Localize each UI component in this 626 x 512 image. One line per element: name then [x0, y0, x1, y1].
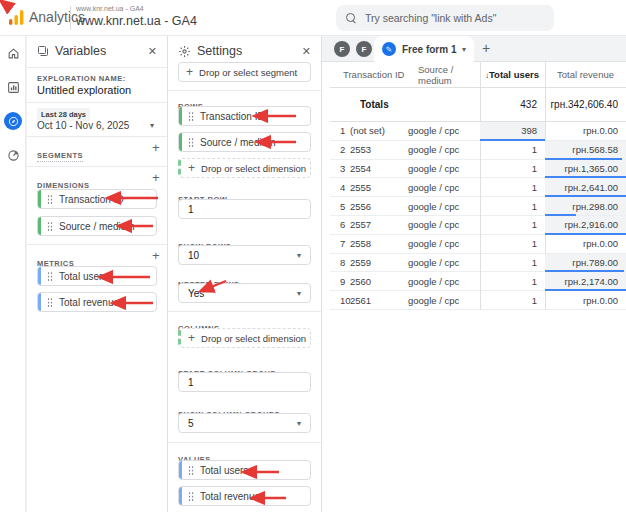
metric-accent	[179, 461, 182, 479]
total-revenue-cell: грн.789.00	[545, 254, 626, 272]
chevron-down-icon: ▾	[297, 289, 301, 298]
variables-icon	[37, 45, 49, 57]
values-chip-total-revenue[interactable]: Total revenue	[178, 486, 311, 506]
start-row-input[interactable]: 1	[178, 199, 311, 219]
row-number-cell: 4	[330, 178, 350, 196]
transaction-id-cell: 2556	[350, 197, 408, 215]
table-row[interactable]: 102561google / cpc1грн.0.00	[330, 291, 626, 310]
divider	[27, 136, 167, 137]
dimension-chip-transaction-id[interactable]: Transaction ID	[37, 189, 157, 209]
row-number-cell: 9	[330, 272, 350, 290]
divider	[168, 90, 321, 91]
chip-label: Total users	[59, 271, 107, 282]
variables-close-icon[interactable]: ✕	[148, 45, 157, 58]
total-revenue-cell: грн.1,365.00	[545, 160, 626, 178]
nested-rows-select[interactable]: Yes ▾	[178, 283, 311, 303]
rows-dimension-drop-zone[interactable]: + Drop or select dimension	[178, 158, 311, 178]
table-row[interactable]: 72558google / cpc1грн.0.00	[330, 235, 626, 254]
values-chip-total-users[interactable]: Total users	[178, 460, 311, 480]
show-rows-select[interactable]: 10 ▾	[178, 245, 311, 265]
drag-handle-icon[interactable]	[47, 271, 53, 281]
field-value: 1	[188, 204, 194, 215]
total-revenue-cell: грн.2,916.00	[545, 216, 626, 234]
field-value: Yes	[188, 288, 204, 299]
variables-title: Variables	[55, 44, 106, 58]
date-range-value[interactable]: Oct 10 - Nov 6, 2025	[37, 120, 129, 131]
segment-drop-zone[interactable]: + Drop or select segment	[178, 62, 311, 82]
totals-revenue: грн.342,606.40	[545, 99, 626, 110]
dimension-accent	[38, 217, 41, 235]
header-transaction-id[interactable]: Transaction ID	[330, 69, 418, 80]
settings-close-icon[interactable]: ✕	[302, 45, 311, 58]
table-row[interactable]: 22553google / cpc1грн.568.58	[330, 141, 626, 160]
drag-handle-icon[interactable]	[47, 221, 53, 231]
account-selector[interactable]: www.knr.net.ua - GA4	[76, 14, 197, 28]
dimension-chip-source-medium[interactable]: Source / medium	[37, 216, 157, 236]
topbar-divider	[70, 6, 71, 30]
chip-label: Source / medium	[59, 221, 135, 232]
drag-handle-icon[interactable]	[47, 297, 53, 307]
analytics-logo-icon[interactable]	[8, 9, 25, 26]
drag-handle-icon[interactable]	[188, 465, 194, 475]
table-row[interactable]: 42555google / cpc1грн.2,641.00	[330, 178, 626, 197]
columns-dimension-drop-zone[interactable]: + Drop or select dimension	[178, 328, 311, 348]
transaction-id-cell: 2560	[350, 272, 408, 290]
drop-zone-label: Drop or select segment	[199, 67, 297, 78]
chip-label: Source / medium	[200, 137, 276, 148]
total-revenue-cell: грн.0.00	[545, 122, 626, 140]
table-row[interactable]: 52556google / cpc1грн.298.00	[330, 197, 626, 216]
drag-handle-icon[interactable]	[188, 137, 194, 147]
tab-hidden-1[interactable]: F	[334, 41, 350, 57]
add-metric-button[interactable]: +	[152, 248, 160, 263]
nav-advertising[interactable]	[0, 138, 26, 172]
show-column-groups-select[interactable]: 5 ▾	[178, 413, 311, 433]
table-row[interactable]: 1(not set)google / cpc398грн.0.00	[330, 122, 626, 141]
plus-icon: +	[188, 331, 195, 345]
source-medium-cell: google / cpc	[408, 216, 480, 234]
exploration-name-value[interactable]: Untitled exploration	[37, 84, 131, 96]
account-breadcrumb: www.knr.net.ua - GA4	[76, 5, 144, 12]
drop-zone-label: Drop or select dimension	[201, 163, 306, 174]
total-users-cell: 1	[480, 291, 545, 309]
tab-free-form-1[interactable]: ✎ Free form 1 ▾	[374, 36, 474, 62]
rows-chip-transaction-id[interactable]: Transaction ID	[178, 106, 311, 126]
nav-reports[interactable]	[0, 70, 26, 104]
table-row[interactable]: 82559google / cpc1грн.789.00	[330, 254, 626, 273]
tab-label: Free form 1	[402, 44, 456, 55]
bar-chart-icon	[7, 81, 20, 94]
transaction-id-cell: (not set)	[350, 122, 408, 140]
source-medium-cell: google / cpc	[408, 254, 480, 272]
add-dimension-button[interactable]: +	[152, 170, 160, 185]
total-users-cell: 1	[480, 272, 545, 290]
chip-label: Total revenue	[200, 491, 260, 502]
drag-handle-icon[interactable]	[47, 194, 53, 204]
total-users-cell: 1	[480, 216, 545, 234]
table-row[interactable]: 32554google / cpc1грн.1,365.00	[330, 160, 626, 179]
date-range-caret-icon[interactable]: ▾	[150, 121, 154, 130]
drag-handle-icon[interactable]	[188, 491, 194, 501]
rows-chip-source-medium[interactable]: Source / medium	[178, 132, 311, 152]
metric-chip-total-revenue[interactable]: Total revenue	[37, 292, 157, 312]
totals-label: Totals	[330, 99, 480, 110]
drag-handle-icon[interactable]	[188, 111, 194, 121]
metric-chip-total-users[interactable]: Total users	[37, 266, 157, 286]
nav-explore-active[interactable]	[0, 104, 26, 138]
header-source-medium[interactable]: Source / medium	[418, 64, 480, 86]
tab-strip: F F ✎ Free form 1 ▾ +	[322, 36, 626, 62]
add-tab-button[interactable]: +	[482, 40, 490, 56]
chevron-down-icon[interactable]: ▾	[462, 45, 466, 54]
header-total-users-sorted[interactable]: ↓Total users	[480, 69, 545, 80]
table-row[interactable]: 62557google / cpc1грн.2,916.00	[330, 216, 626, 235]
source-medium-cell: google / cpc	[408, 291, 480, 309]
start-column-group-input[interactable]: 1	[178, 372, 311, 392]
add-segment-button[interactable]: +	[152, 140, 160, 155]
total-users-cell: 1	[480, 235, 545, 253]
nav-home[interactable]	[0, 36, 26, 70]
header-total-revenue[interactable]: Total revenue	[545, 69, 626, 80]
total-users-cell: 1	[480, 197, 545, 215]
left-nav	[0, 36, 26, 512]
tab-hidden-2[interactable]: F	[356, 41, 372, 57]
chip-label: Total users	[200, 465, 248, 476]
search-input[interactable]: Try searching "link with Ads"	[336, 5, 554, 31]
table-row[interactable]: 92560google / cpc1грн.2,174.00	[330, 272, 626, 291]
